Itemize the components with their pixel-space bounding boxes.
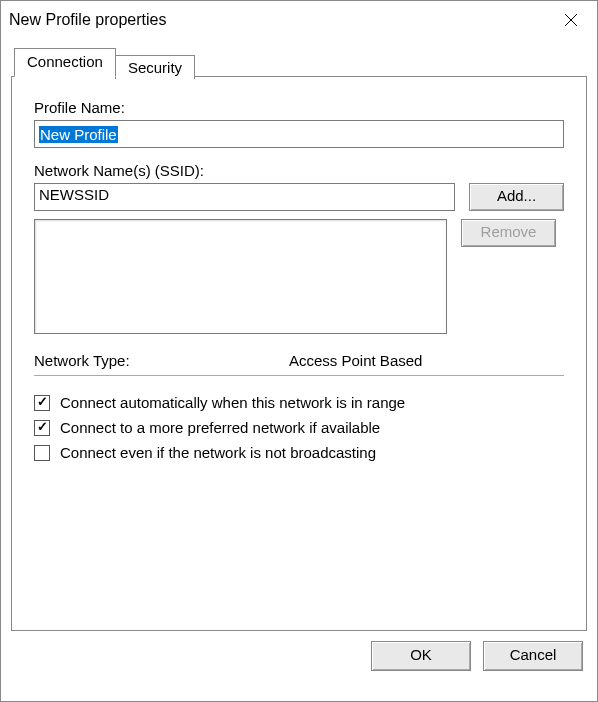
ok-button[interactable]: OK [371,641,471,671]
ok-button-label: OK [410,646,432,663]
auto-connect-checkbox[interactable] [34,395,50,411]
ssid-listbox[interactable] [34,219,447,334]
separator [34,375,564,376]
tab-connection[interactable]: Connection [14,48,116,77]
titlebar: New Profile properties [1,1,597,39]
ssid-input[interactable]: NEWSSID [34,183,455,211]
close-button[interactable] [557,6,585,34]
auto-connect-row: Connect automatically when this network … [34,394,564,411]
prefer-connect-row: Connect to a more preferred network if a… [34,419,564,436]
prefer-connect-checkbox[interactable] [34,420,50,436]
cancel-button-label: Cancel [510,646,557,663]
tab-panel-connection: Profile Name: New Profile Network Name(s… [11,76,587,631]
tab-strip: Connection Security [11,47,587,76]
tab-security[interactable]: Security [115,55,195,79]
add-ssid-button[interactable]: Add... [469,183,564,211]
remove-ssid-button: Remove [461,219,556,247]
hidden-connect-row: Connect even if the network is not broad… [34,444,564,461]
profile-name-label: Profile Name: [34,99,564,116]
tab-connection-label: Connection [27,53,103,70]
tab-security-label: Security [128,59,182,76]
network-type-label: Network Type: [34,352,289,369]
dialog-window: New Profile properties Connection Securi… [0,0,598,702]
hidden-connect-checkbox[interactable] [34,445,50,461]
ssid-value: NEWSSID [39,186,109,203]
auto-connect-label: Connect automatically when this network … [60,394,405,411]
network-type-value: Access Point Based [289,352,422,369]
ssid-label: Network Name(s) (SSID): [34,162,564,179]
window-title: New Profile properties [9,11,557,29]
add-button-label: Add... [497,187,536,204]
tab-area: Connection Security Profile Name: New Pr… [11,47,587,631]
cancel-button[interactable]: Cancel [483,641,583,671]
profile-name-input[interactable]: New Profile [34,120,564,148]
close-icon [564,13,578,27]
prefer-connect-label: Connect to a more preferred network if a… [60,419,380,436]
profile-name-value: New Profile [39,126,118,143]
remove-button-label: Remove [481,223,537,240]
hidden-connect-label: Connect even if the network is not broad… [60,444,376,461]
dialog-button-bar: OK Cancel [1,631,597,681]
